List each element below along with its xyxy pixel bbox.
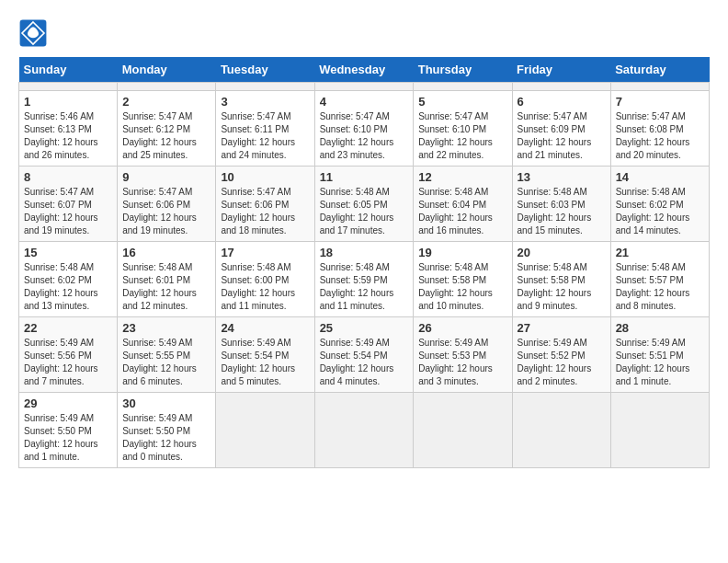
day-info: Sunrise: 5:49 AM Sunset: 5:55 PM Dayligh… bbox=[122, 337, 210, 388]
day-info: Sunrise: 5:48 AM Sunset: 6:01 PM Dayligh… bbox=[122, 261, 210, 313]
day-number: 9 bbox=[122, 170, 210, 184]
day-info: Sunrise: 5:48 AM Sunset: 5:58 PM Dayligh… bbox=[518, 261, 606, 313]
calendar-cell bbox=[512, 83, 610, 91]
day-number: 27 bbox=[518, 321, 606, 335]
day-number: 7 bbox=[616, 95, 704, 109]
day-number: 6 bbox=[518, 95, 606, 109]
calendar-cell: 11Sunrise: 5:48 AM Sunset: 6:05 PM Dayli… bbox=[314, 167, 414, 242]
day-info: Sunrise: 5:47 AM Sunset: 6:06 PM Dayligh… bbox=[221, 186, 309, 237]
calendar-cell bbox=[118, 83, 216, 91]
day-info: Sunrise: 5:48 AM Sunset: 5:57 PM Dayligh… bbox=[616, 261, 704, 313]
day-number: 8 bbox=[24, 170, 112, 184]
calendar-cell: 29Sunrise: 5:49 AM Sunset: 5:50 PM Dayli… bbox=[19, 393, 118, 468]
day-info: Sunrise: 5:49 AM Sunset: 5:54 PM Dayligh… bbox=[320, 337, 409, 388]
day-info: Sunrise: 5:47 AM Sunset: 6:09 PM Dayligh… bbox=[518, 110, 606, 162]
calendar-cell: 17Sunrise: 5:48 AM Sunset: 6:00 PM Dayli… bbox=[216, 242, 314, 317]
day-info: Sunrise: 5:48 AM Sunset: 6:00 PM Dayligh… bbox=[221, 261, 309, 313]
day-info: Sunrise: 5:49 AM Sunset: 5:50 PM Dayligh… bbox=[24, 412, 112, 464]
day-info: Sunrise: 5:47 AM Sunset: 6:07 PM Dayligh… bbox=[24, 186, 112, 237]
calendar-cell: 30Sunrise: 5:49 AM Sunset: 5:50 PM Dayli… bbox=[118, 393, 216, 468]
day-info: Sunrise: 5:49 AM Sunset: 5:56 PM Dayligh… bbox=[24, 337, 112, 388]
calendar-cell: 16Sunrise: 5:48 AM Sunset: 6:01 PM Dayli… bbox=[118, 242, 216, 317]
day-number: 10 bbox=[221, 170, 309, 184]
day-number: 26 bbox=[418, 321, 506, 335]
calendar-cell: 20Sunrise: 5:48 AM Sunset: 5:58 PM Dayli… bbox=[512, 242, 610, 317]
calendar-table: SundayMondayTuesdayWednesdayThursdayFrid… bbox=[18, 57, 710, 468]
calendar-cell: 22Sunrise: 5:49 AM Sunset: 5:56 PM Dayli… bbox=[19, 317, 118, 393]
day-info: Sunrise: 5:47 AM Sunset: 6:06 PM Dayligh… bbox=[122, 186, 210, 237]
day-number: 2 bbox=[122, 95, 210, 109]
day-info: Sunrise: 5:48 AM Sunset: 6:05 PM Dayligh… bbox=[320, 186, 409, 237]
day-info: Sunrise: 5:48 AM Sunset: 5:59 PM Dayligh… bbox=[320, 261, 409, 313]
day-number: 29 bbox=[24, 396, 112, 410]
day-info: Sunrise: 5:48 AM Sunset: 5:58 PM Dayligh… bbox=[418, 261, 506, 313]
calendar-week-row: 22Sunrise: 5:49 AM Sunset: 5:56 PM Dayli… bbox=[19, 317, 710, 393]
calendar-cell: 9Sunrise: 5:47 AM Sunset: 6:06 PM Daylig… bbox=[118, 167, 216, 242]
calendar-cell: 8Sunrise: 5:47 AM Sunset: 6:07 PM Daylig… bbox=[19, 167, 118, 242]
day-number: 4 bbox=[320, 95, 409, 109]
calendar-cell: 2Sunrise: 5:47 AM Sunset: 6:12 PM Daylig… bbox=[118, 91, 216, 167]
day-info: Sunrise: 5:46 AM Sunset: 6:13 PM Dayligh… bbox=[24, 110, 112, 162]
weekday-header-sunday: Sunday bbox=[19, 57, 118, 83]
day-number: 24 bbox=[221, 321, 309, 335]
day-info: Sunrise: 5:47 AM Sunset: 6:10 PM Dayligh… bbox=[320, 110, 409, 162]
day-info: Sunrise: 5:47 AM Sunset: 6:10 PM Dayligh… bbox=[418, 110, 506, 162]
day-number: 20 bbox=[518, 246, 606, 259]
calendar-cell bbox=[19, 83, 118, 91]
calendar-cell: 15Sunrise: 5:48 AM Sunset: 6:02 PM Dayli… bbox=[19, 242, 118, 317]
day-info: Sunrise: 5:49 AM Sunset: 5:51 PM Dayligh… bbox=[616, 337, 704, 388]
calendar-cell: 18Sunrise: 5:48 AM Sunset: 5:59 PM Dayli… bbox=[314, 242, 414, 317]
logo-icon bbox=[18, 18, 48, 48]
day-info: Sunrise: 5:48 AM Sunset: 6:02 PM Dayligh… bbox=[616, 186, 704, 237]
calendar-cell: 13Sunrise: 5:48 AM Sunset: 6:03 PM Dayli… bbox=[512, 167, 610, 242]
day-info: Sunrise: 5:48 AM Sunset: 6:04 PM Dayligh… bbox=[418, 186, 506, 237]
calendar-cell: 19Sunrise: 5:48 AM Sunset: 5:58 PM Dayli… bbox=[414, 242, 512, 317]
day-info: Sunrise: 5:49 AM Sunset: 5:54 PM Dayligh… bbox=[221, 337, 309, 388]
calendar-cell: 25Sunrise: 5:49 AM Sunset: 5:54 PM Dayli… bbox=[314, 317, 414, 393]
day-number: 14 bbox=[616, 170, 704, 184]
weekday-header-monday: Monday bbox=[118, 57, 216, 83]
calendar-week-row: 8Sunrise: 5:47 AM Sunset: 6:07 PM Daylig… bbox=[19, 167, 710, 242]
calendar-cell bbox=[314, 83, 414, 91]
day-number: 25 bbox=[320, 321, 409, 335]
weekday-header-friday: Friday bbox=[512, 57, 610, 83]
day-number: 17 bbox=[221, 246, 309, 259]
calendar-cell: 28Sunrise: 5:49 AM Sunset: 5:51 PM Dayli… bbox=[610, 317, 709, 393]
day-info: Sunrise: 5:48 AM Sunset: 6:02 PM Dayligh… bbox=[24, 261, 112, 313]
day-info: Sunrise: 5:49 AM Sunset: 5:52 PM Dayligh… bbox=[518, 337, 606, 388]
calendar-cell: 7Sunrise: 5:47 AM Sunset: 6:08 PM Daylig… bbox=[610, 91, 709, 167]
calendar-cell: 1Sunrise: 5:46 AM Sunset: 6:13 PM Daylig… bbox=[19, 91, 118, 167]
calendar-week-row: 29Sunrise: 5:49 AM Sunset: 5:50 PM Dayli… bbox=[19, 393, 710, 468]
calendar-cell: 10Sunrise: 5:47 AM Sunset: 6:06 PM Dayli… bbox=[216, 167, 314, 242]
day-number: 5 bbox=[418, 95, 506, 109]
day-number: 28 bbox=[616, 321, 704, 335]
calendar-cell: 14Sunrise: 5:48 AM Sunset: 6:02 PM Dayli… bbox=[610, 167, 709, 242]
day-number: 1 bbox=[24, 95, 112, 109]
day-number: 13 bbox=[518, 170, 606, 184]
calendar-cell: 12Sunrise: 5:48 AM Sunset: 6:04 PM Dayli… bbox=[414, 167, 512, 242]
day-number: 19 bbox=[418, 246, 506, 259]
weekday-header-thursday: Thursday bbox=[414, 57, 512, 83]
day-info: Sunrise: 5:47 AM Sunset: 6:08 PM Dayligh… bbox=[616, 110, 704, 162]
day-number: 16 bbox=[122, 246, 210, 259]
calendar-cell: 5Sunrise: 5:47 AM Sunset: 6:10 PM Daylig… bbox=[414, 91, 512, 167]
day-info: Sunrise: 5:47 AM Sunset: 6:12 PM Dayligh… bbox=[122, 110, 210, 162]
calendar-cell bbox=[314, 393, 414, 468]
calendar-week-row bbox=[19, 83, 710, 91]
logo bbox=[18, 18, 53, 48]
page-header bbox=[18, 18, 710, 48]
calendar-cell: 27Sunrise: 5:49 AM Sunset: 5:52 PM Dayli… bbox=[512, 317, 610, 393]
calendar-cell: 21Sunrise: 5:48 AM Sunset: 5:57 PM Dayli… bbox=[610, 242, 709, 317]
day-number: 23 bbox=[122, 321, 210, 335]
day-number: 30 bbox=[122, 396, 210, 410]
day-info: Sunrise: 5:49 AM Sunset: 5:50 PM Dayligh… bbox=[122, 412, 210, 464]
calendar-cell bbox=[216, 393, 314, 468]
calendar-cell bbox=[610, 83, 709, 91]
day-number: 22 bbox=[24, 321, 112, 335]
day-info: Sunrise: 5:47 AM Sunset: 6:11 PM Dayligh… bbox=[221, 110, 309, 162]
calendar-cell bbox=[512, 393, 610, 468]
day-number: 11 bbox=[320, 170, 409, 184]
calendar-week-row: 1Sunrise: 5:46 AM Sunset: 6:13 PM Daylig… bbox=[19, 91, 710, 167]
weekday-header-wednesday: Wednesday bbox=[314, 57, 414, 83]
calendar-week-row: 15Sunrise: 5:48 AM Sunset: 6:02 PM Dayli… bbox=[19, 242, 710, 317]
